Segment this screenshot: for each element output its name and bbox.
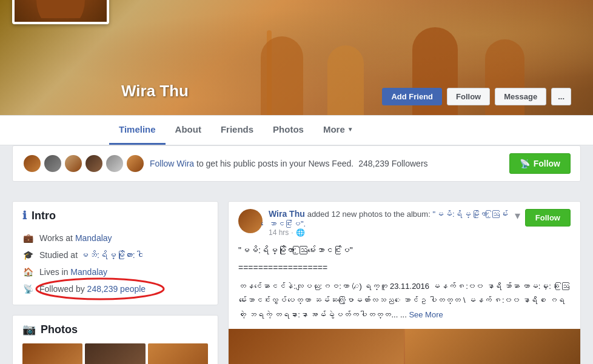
intro-works: 💼 Works at Mandalay	[22, 230, 208, 247]
intro-followed: 📡 Followed by 248,239 people	[22, 280, 208, 297]
post-author-name[interactable]: Wira Thu	[269, 209, 305, 219]
photos-grid	[22, 343, 208, 364]
main-content: ℹ Intro 💼 Works at Mandalay 🎓 Studied at…	[0, 191, 593, 364]
studied-link[interactable]: မဘိ:ရိမ္မိုကြာ:ငေါ	[80, 250, 144, 260]
post-follow-button[interactable]: Follow	[525, 209, 571, 227]
follow-bar-left: Follow Wira to get his public posts in y…	[22, 154, 428, 173]
post-more-button[interactable]: ▾	[510, 209, 525, 222]
post-card: Wira Thu added 12 new photos to the albu…	[228, 201, 581, 364]
follow-bar: Follow Wira to get his public posts in y…	[12, 145, 581, 182]
info-icon: ℹ	[22, 209, 27, 222]
mini-avatar	[126, 154, 145, 173]
rss-small-icon: 📡	[22, 284, 33, 294]
mini-avatar	[22, 154, 42, 173]
post-description: added 12 new photos to the album: "မမိ:ရ…	[269, 210, 508, 228]
post-author-line: Wira Thu added 12 new photos to the albu…	[269, 209, 510, 228]
intro-title: ℹ Intro	[22, 209, 208, 222]
tab-timeline[interactable]: Timeline	[109, 116, 166, 145]
post-author-avatar	[238, 209, 263, 233]
mini-avatar	[43, 154, 62, 173]
message-button[interactable]: Message	[495, 88, 546, 105]
mini-avatar	[64, 154, 83, 173]
photo-thumb[interactable]	[22, 343, 82, 364]
follower-avatars	[22, 154, 145, 173]
svg-point-1	[36, 0, 85, 18]
tab-more[interactable]: More ▼	[313, 116, 363, 145]
profile-avatar	[12, 0, 109, 24]
profile-name: Wira Thu	[121, 82, 189, 105]
post-album-title: "မမိ:ရိမ္မိုကြာ: ဩြမ်းဘောငင်းပြ"	[238, 244, 571, 257]
mini-avatar	[105, 154, 124, 173]
works-link[interactable]: Mandalay	[75, 233, 112, 243]
tab-photos[interactable]: Photos	[263, 116, 313, 145]
post-image-grid	[229, 329, 580, 364]
post-divider-text: ==================	[238, 262, 571, 274]
photos-card: 📷 Photos	[12, 315, 218, 364]
photo-thumb[interactable]	[85, 343, 145, 364]
cover-section: Wira Thu Add Friend Follow Message ...	[0, 0, 593, 145]
intro-card: ℹ Intro 💼 Works at Mandalay 🎓 Studied at…	[12, 201, 218, 305]
privacy-icon: 🌐	[296, 228, 305, 237]
photos-title: 📷 Photos	[22, 323, 208, 336]
post-image-right	[405, 329, 580, 364]
followed-by-link[interactable]: 248,239 people	[87, 284, 146, 294]
dot-separator: ·	[291, 228, 293, 237]
tab-friends[interactable]: Friends	[211, 116, 263, 145]
left-column: ℹ Intro 💼 Works at Mandalay 🎓 Studied at…	[12, 201, 218, 364]
mini-avatar	[84, 154, 104, 173]
post-time: 14 hrs · 🌐	[269, 228, 510, 237]
post-header: Wira Thu added 12 new photos to the albu…	[229, 202, 580, 244]
cover-photo: Wira Thu Add Friend Follow Message ...	[0, 0, 593, 115]
avatar-image	[15, 0, 107, 22]
home-icon: 🏠	[22, 267, 33, 277]
profile-nav: Timeline About Friends Photos More ▼	[0, 115, 593, 145]
intro-studied: 🎓 Studied at မဘိ:ရိမ္မိုကြာ:ငေါ	[22, 247, 208, 263]
post-meta: Wira Thu added 12 new photos to the albu…	[269, 209, 510, 237]
add-friend-button[interactable]: Add Friend	[382, 88, 442, 105]
post-myanmar-text: တနင်ဆောငင်နဲ:လျပည:ဂေဝ:ကာ (ꩻ) ရက္တူ 23.11…	[238, 279, 571, 322]
graduation-icon: 🎓	[22, 250, 33, 260]
see-more-link[interactable]: See More	[409, 310, 443, 319]
more-options-button[interactable]: ...	[551, 88, 571, 105]
post-body: "မမိ:ရိမ္မိုကြာ: ဩြမ်းဘောငင်းပြ" =======…	[229, 244, 580, 329]
cover-actions: Add Friend Follow Message ...	[382, 88, 571, 105]
follow-link[interactable]: Follow Wira	[150, 159, 194, 168]
follow-bar-text: Follow Wira to get his public posts in y…	[150, 159, 353, 168]
follower-count-text: 248,239 Followers	[358, 159, 427, 168]
right-column: Wira Thu added 12 new photos to the albu…	[228, 201, 581, 364]
rss-icon: 📡	[520, 159, 530, 168]
chevron-down-icon: ▼	[347, 126, 353, 133]
post-image-left	[229, 329, 404, 364]
lives-link[interactable]: Mandalay	[70, 267, 107, 277]
tab-about[interactable]: About	[166, 116, 211, 145]
cover-name-area: Wira Thu Add Friend Follow Message ...	[121, 82, 581, 105]
intro-lives: 🏠 Lives in Mandalay	[22, 263, 208, 280]
briefcase-icon: 💼	[22, 233, 33, 243]
photo-thumb[interactable]	[148, 343, 208, 364]
photos-icon: 📷	[22, 323, 36, 336]
follow-button-bar[interactable]: 📡 Follow	[509, 153, 571, 174]
follow-button-header[interactable]: Follow	[447, 88, 490, 105]
